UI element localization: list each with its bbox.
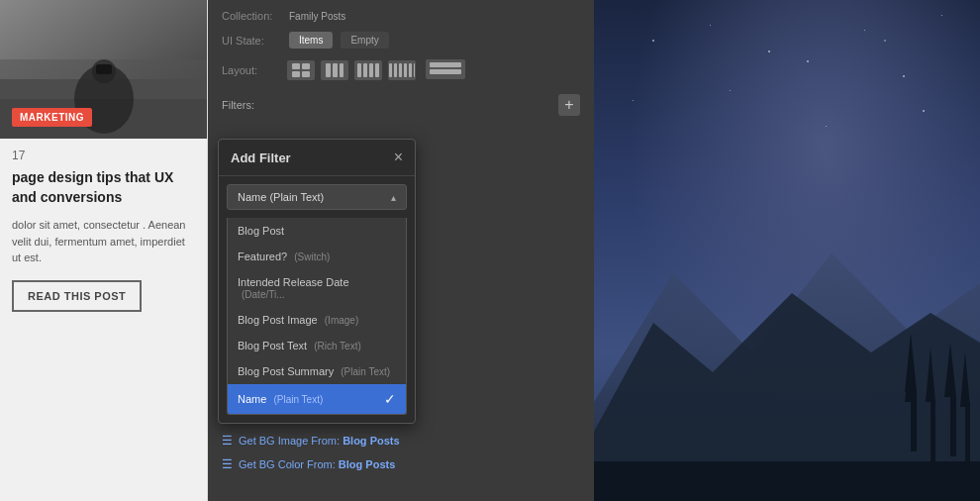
item-label: Blog Post <box>238 225 284 237</box>
bg-color-link-label: Get BG Color From: Blog Posts <box>239 458 395 470</box>
item-label: Blog Post Text (Rich Text) <box>238 340 361 351</box>
svg-rect-23 <box>414 63 415 77</box>
svg-rect-35 <box>965 402 970 461</box>
chevron-down-icon: ▴ <box>391 192 396 203</box>
layout-icon-2[interactable] <box>321 60 348 80</box>
svg-rect-19 <box>394 63 397 77</box>
layout-icon-1[interactable] <box>287 60 315 80</box>
bg-color-link[interactable]: ☰ Get BG Color From: Blog Posts <box>222 457 580 471</box>
blog-image: MARKETING <box>0 0 207 139</box>
ui-state-items-button[interactable]: Items <box>289 32 333 49</box>
layout-icon-3[interactable] <box>354 60 382 80</box>
item-type: (Plain Text) <box>341 366 390 377</box>
svg-rect-10 <box>302 71 310 77</box>
ui-state-row: UI State: Items Empty <box>208 27 594 53</box>
svg-rect-17 <box>375 63 379 77</box>
check-icon: ✓ <box>384 391 396 407</box>
svg-rect-21 <box>404 63 407 77</box>
layout-row: Layout: <box>208 53 594 86</box>
svg-rect-14 <box>357 63 361 77</box>
dropdown-selector: Name (Plain Text) ▴ <box>227 184 407 210</box>
add-filter-button[interactable]: + <box>558 94 580 116</box>
collection-value: Family Posts <box>289 11 345 22</box>
svg-rect-16 <box>369 63 373 77</box>
modal-header: Add Filter × <box>219 140 415 176</box>
ui-state-label: UI State: <box>222 35 281 47</box>
item-label: Blog Post Summary (Plain Text) <box>238 365 390 377</box>
dropdown-list: Blog Post Featured? (Switch) Intended Re… <box>227 218 407 415</box>
svg-rect-8 <box>302 63 310 69</box>
blog-content: 17 page design tips that UX and conversi… <box>0 139 207 326</box>
item-type: (Rich Text) <box>314 341 361 351</box>
dropdown-selected[interactable]: Name (Plain Text) ▴ <box>227 184 407 210</box>
svg-rect-33 <box>950 397 956 456</box>
svg-rect-6 <box>96 64 112 74</box>
layout-icon-4[interactable] <box>388 60 416 80</box>
blog-preview-panel: MARKETING 17 page design tips that UX an… <box>0 0 208 501</box>
item-label: Intended Release Date (Date/Ti... <box>238 276 396 300</box>
item-type: (Plain Text) <box>273 394 323 405</box>
bg-image-link[interactable]: ☰ Get BG Image From: Blog Posts <box>222 434 580 448</box>
list-icon-2: ☰ <box>222 434 233 448</box>
dropdown-item-release-date[interactable]: Intended Release Date (Date/Ti... <box>228 269 406 307</box>
collection-label: Collection: <box>222 10 281 22</box>
dropdown-item-blog-text[interactable]: Blog Post Text (Rich Text) <box>228 333 406 358</box>
item-label: Name (Plain Text) <box>238 393 323 405</box>
ui-state-empty-button[interactable]: Empty <box>341 32 388 49</box>
svg-rect-22 <box>409 63 412 77</box>
item-label: Blog Post Image (Image) <box>238 314 358 326</box>
svg-rect-37 <box>594 461 980 501</box>
collection-row: Collection: Family Posts <box>208 0 594 27</box>
modal-title: Add Filter <box>231 150 291 165</box>
svg-rect-24 <box>430 62 461 67</box>
selected-option-label: Name (Plain Text) <box>238 191 324 203</box>
filters-row: Filters: + <box>208 86 594 124</box>
svg-rect-25 <box>430 69 461 74</box>
dropdown-item-blog-image[interactable]: Blog Post Image (Image) <box>228 307 406 333</box>
dropdown-item-featured[interactable]: Featured? (Switch) <box>228 244 406 269</box>
dropdown-item-blog-post[interactable]: Blog Post <box>228 218 406 244</box>
layout-icon-list[interactable] <box>426 59 465 79</box>
svg-rect-15 <box>363 63 367 77</box>
bg-image-link-label: Get BG Image From: Blog Posts <box>239 435 400 447</box>
item-type: (Image) <box>325 315 358 326</box>
modal-close-button[interactable]: × <box>394 150 403 165</box>
add-filter-modal: Add Filter × Name (Plain Text) ▴ Blog Po… <box>218 139 416 424</box>
read-post-button[interactable]: READ THIS POST <box>12 280 142 312</box>
svg-rect-31 <box>931 402 935 461</box>
mountain-silhouette <box>594 154 980 501</box>
svg-rect-11 <box>326 63 331 77</box>
item-type: (Date/Ti... <box>242 289 285 300</box>
layout-label: Layout: <box>222 64 281 76</box>
svg-rect-18 <box>389 63 392 77</box>
item-type: (Switch) <box>294 251 330 262</box>
filters-label: Filters: <box>222 99 254 111</box>
background-photo-panel <box>594 0 980 501</box>
blog-number: 17 <box>12 149 195 162</box>
svg-rect-9 <box>292 71 300 77</box>
svg-rect-7 <box>292 63 300 69</box>
item-label: Featured? (Switch) <box>238 250 330 262</box>
svg-rect-12 <box>333 63 338 77</box>
dropdown-item-name[interactable]: Name (Plain Text) ✓ <box>228 384 406 414</box>
blog-excerpt: dolor sit amet, consectetur . Aenean vel… <box>12 217 195 266</box>
svg-rect-20 <box>399 63 402 77</box>
list-icon-3: ☰ <box>222 457 233 471</box>
settings-panel: Collection: Family Posts UI State: Items… <box>208 0 594 501</box>
blog-title: page design tips that UX and conversions <box>12 168 195 207</box>
marketing-badge: MARKETING <box>12 108 92 127</box>
dropdown-item-blog-summary[interactable]: Blog Post Summary (Plain Text) <box>228 358 406 384</box>
svg-rect-13 <box>340 63 343 77</box>
